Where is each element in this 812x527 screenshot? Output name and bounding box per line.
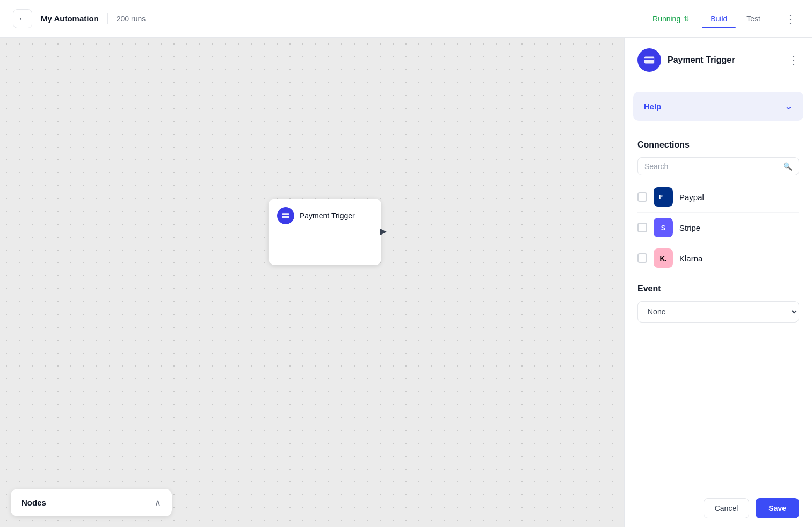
klarna-logo: K. — [654, 248, 673, 268]
connections-section: Connections 🔍 P Paypal S Stripe — [625, 129, 812, 273]
nodes-panel-label: Nodes — [21, 498, 46, 507]
event-section: Event None — [625, 273, 812, 323]
header-left: ← My Automation 200 runs — [13, 9, 146, 28]
canvas-area[interactable]: Payment Trigger Nodes ∧ — [0, 38, 624, 527]
tab-test[interactable]: Test — [738, 10, 769, 27]
sidebar-trigger-title: Payment Trigger — [668, 55, 735, 65]
node-connector[interactable] — [380, 229, 387, 235]
sidebar-footer: Cancel Save — [625, 489, 812, 527]
automation-title: My Automation — [41, 14, 99, 23]
connections-search-box: 🔍 — [637, 157, 799, 175]
status-indicator[interactable]: Running ⇅ — [653, 14, 689, 23]
nodes-panel[interactable]: Nodes ∧ — [11, 489, 172, 516]
event-title: Event — [637, 284, 799, 294]
help-chevron-icon: ⌄ — [785, 100, 793, 112]
klarna-name: Klarna — [679, 254, 702, 263]
paypal-name: Paypal — [679, 193, 704, 202]
stripe-checkbox[interactable] — [637, 223, 647, 232]
event-select[interactable]: None — [637, 301, 799, 323]
connections-title: Connections — [637, 140, 799, 150]
svg-rect-3 — [644, 58, 654, 60]
header-divider — [107, 13, 108, 24]
search-icon: 🔍 — [783, 162, 792, 171]
node-card-title: Payment Trigger — [300, 211, 355, 220]
right-sidebar: Payment Trigger ⋮ Help ⌄ Connections 🔍 P… — [624, 38, 812, 527]
trigger-icon — [637, 48, 661, 72]
paypal-logo: P — [654, 187, 673, 207]
help-section[interactable]: Help ⌄ — [633, 92, 803, 121]
stripe-logo: S — [654, 218, 673, 237]
app-header: ← My Automation 200 runs Running ⇅ Build… — [0, 0, 812, 38]
connections-search-input[interactable] — [644, 162, 779, 171]
klarna-checkbox[interactable] — [637, 253, 647, 263]
sidebar-more-button[interactable]: ⋮ — [788, 54, 799, 67]
back-button[interactable]: ← — [13, 9, 32, 28]
save-button[interactable]: Save — [756, 498, 799, 518]
main-content: Payment Trigger Nodes ∧ Payment Trigger … — [0, 38, 812, 527]
tab-build[interactable]: Build — [702, 10, 736, 27]
help-label: Help — [644, 102, 662, 111]
connection-item-klarna[interactable]: K. Klarna — [637, 243, 799, 273]
node-card-icon — [277, 207, 294, 224]
paypal-checkbox[interactable] — [637, 192, 647, 202]
header-right: Running ⇅ Build Test ⋮ — [653, 10, 799, 27]
cancel-button[interactable]: Cancel — [704, 498, 750, 518]
header-tabs: Build Test — [702, 10, 769, 27]
nodes-panel-chevron-icon: ∧ — [155, 497, 161, 508]
status-label: Running — [653, 14, 680, 23]
runs-count: 200 runs — [117, 14, 146, 23]
header-more-button[interactable]: ⋮ — [782, 10, 799, 27]
stripe-name: Stripe — [679, 223, 700, 232]
connection-item-paypal[interactable]: P Paypal — [637, 182, 799, 213]
sidebar-header-left: Payment Trigger — [637, 48, 735, 72]
status-arrows-icon: ⇅ — [684, 15, 689, 23]
node-card-header: Payment Trigger — [277, 207, 373, 224]
svg-rect-1 — [282, 215, 289, 216]
sidebar-header: Payment Trigger ⋮ — [625, 38, 812, 83]
node-card-body — [277, 224, 373, 257]
connection-item-stripe[interactable]: S Stripe — [637, 213, 799, 243]
svg-text:P: P — [659, 194, 663, 201]
node-card-payment-trigger[interactable]: Payment Trigger — [269, 199, 381, 265]
